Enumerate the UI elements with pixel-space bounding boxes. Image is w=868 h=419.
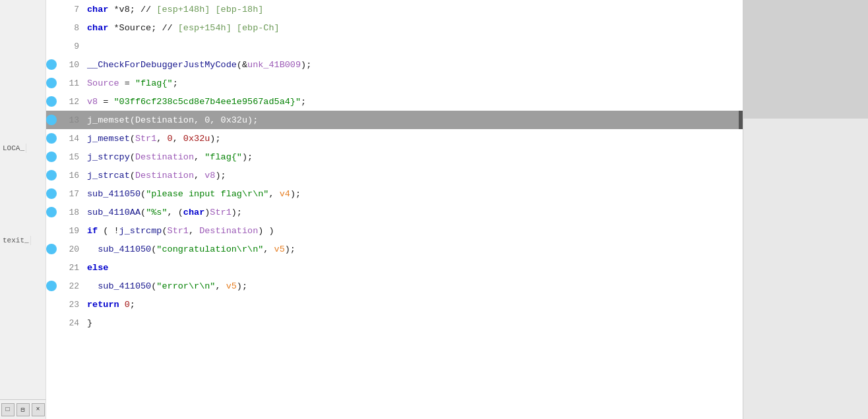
- code-line-23[interactable]: 23return 0;: [46, 295, 743, 314]
- code-content-12: v8 = "03ff6cf238c5cd8e7b4ee1e9567ad5a4}"…: [87, 97, 306, 107]
- code-content-7: char *v8; // [esp+148h] [ebp-18h]: [87, 5, 263, 14]
- breakpoint-22[interactable]: [46, 281, 57, 291]
- right-panel-scrollbar[interactable]: [743, 0, 868, 119]
- breakpoint-20[interactable]: [46, 244, 57, 254]
- breakpoint-17[interactable]: [46, 188, 57, 199]
- line-number-20: 20: [59, 244, 79, 254]
- code-content-16: j_strcat(Destination, v8);: [87, 171, 226, 181]
- code-content-10: __CheckForDebuggerJustMyCode(&unk_41B009…: [87, 60, 311, 70]
- code-content-23: return 0;: [87, 300, 135, 310]
- toolbar-btn-1[interactable]: □: [1, 403, 15, 416]
- code-content-13: j_memset(Destination, 0, 0x32u);: [87, 115, 258, 125]
- code-line-7[interactable]: 7char *v8; // [esp+148h] [ebp-18h]: [46, 0, 743, 18]
- code-content-20: sub_411050("congratulation\r\n", v5);: [87, 244, 295, 254]
- line-number-24: 24: [59, 318, 79, 328]
- line-number-21: 21: [59, 263, 79, 273]
- breakpoint-15[interactable]: [46, 152, 57, 162]
- breakpoint-14[interactable]: [46, 133, 57, 144]
- line-number-10: 10: [59, 60, 79, 70]
- code-line-17[interactable]: 17sub_411050("please input flag\r\n", v4…: [46, 184, 743, 203]
- breakpoint-18[interactable]: [46, 207, 57, 217]
- left-sidebar: LOCA_ texit_ □ ⊟ ×: [0, 0, 46, 419]
- breakpoint-8[interactable]: [46, 22, 57, 33]
- toolbar-btn-3[interactable]: ×: [32, 403, 45, 416]
- breakpoint-9[interactable]: [46, 41, 57, 51]
- code-line-16[interactable]: 16j_strcat(Destination, v8);: [46, 166, 743, 184]
- breakpoint-21[interactable]: [46, 262, 57, 273]
- code-content-11: Source = "flag{";: [87, 78, 178, 88]
- code-line-11[interactable]: 11Source = "flag{";: [46, 74, 743, 92]
- texit-label: texit_: [1, 236, 31, 245]
- line-number-15: 15: [59, 152, 79, 162]
- code-line-14[interactable]: 14j_memset(Str1, 0, 0x32u);: [46, 129, 743, 148]
- code-content-19: if ( !j_strcmp(Str1, Destination) ): [87, 226, 274, 236]
- code-line-9[interactable]: 9: [46, 37, 743, 55]
- code-line-12[interactable]: 12v8 = "03ff6cf238c5cd8e7b4ee1e9567ad5a4…: [46, 92, 743, 111]
- line-number-14: 14: [59, 134, 79, 144]
- code-line-24[interactable]: 24}: [46, 314, 743, 332]
- code-content-9: [87, 42, 92, 51]
- right-panel: [743, 0, 868, 419]
- line-number-12: 12: [59, 97, 79, 107]
- code-line-21[interactable]: 21else: [46, 258, 743, 277]
- code-content-8: char *Source; // [esp+154h] [ebp-Ch]: [87, 23, 280, 33]
- line-number-23: 23: [59, 300, 79, 310]
- code-lines: 7char *v8; // [esp+148h] [ebp-18h]8char …: [46, 0, 743, 332]
- code-line-8[interactable]: 8char *Source; // [esp+154h] [ebp-Ch]: [46, 18, 743, 37]
- code-line-18[interactable]: 18sub_4110AA("%s", (char)Str1);: [46, 203, 743, 221]
- editor-container: LOCA_ texit_ □ ⊟ × 7char *v8; // [esp+14…: [0, 0, 868, 419]
- code-content-21: else: [87, 263, 108, 273]
- code-area: 7char *v8; // [esp+148h] [ebp-18h]8char …: [46, 0, 743, 419]
- breakpoint-23[interactable]: [46, 299, 57, 310]
- line-number-17: 17: [59, 189, 79, 199]
- line-number-9: 9: [59, 42, 79, 51]
- line-number-19: 19: [59, 226, 79, 236]
- breakpoint-12[interactable]: [46, 96, 57, 107]
- code-line-22[interactable]: 22 sub_411050("error\r\n", v5);: [46, 277, 743, 295]
- code-content-22: sub_411050("error\r\n", v5);: [87, 281, 247, 291]
- breakpoint-7[interactable]: [46, 4, 57, 14]
- bottom-toolbar: □ ⊟ ×: [0, 399, 46, 419]
- loca-label: LOCA_: [1, 144, 26, 153]
- code-content-15: j_strcpy(Destination, "flag{");: [87, 152, 253, 162]
- code-content-14: j_memset(Str1, 0, 0x32u);: [87, 134, 221, 144]
- breakpoint-10[interactable]: [46, 59, 57, 70]
- code-line-20[interactable]: 20 sub_411050("congratulation\r\n", v5);: [46, 240, 743, 258]
- code-line-10[interactable]: 10__CheckForDebuggerJustMyCode(&unk_41B0…: [46, 55, 743, 74]
- line-number-18: 18: [59, 208, 79, 217]
- code-content-24: }: [87, 318, 92, 328]
- breakpoint-16[interactable]: [46, 170, 57, 181]
- toolbar-btn-2[interactable]: ⊟: [16, 403, 30, 416]
- code-line-19[interactable]: 19if ( !j_strcmp(Str1, Destination) ): [46, 221, 743, 240]
- breakpoint-24[interactable]: [46, 318, 57, 328]
- line-number-11: 11: [59, 78, 79, 88]
- code-content-18: sub_4110AA("%s", (char)Str1);: [87, 208, 242, 217]
- code-line-13[interactable]: 13j_memset(Destination, 0, 0x32u);: [46, 111, 743, 129]
- line-number-13: 13: [59, 115, 79, 125]
- line-number-22: 22: [59, 281, 79, 291]
- breakpoint-13[interactable]: [46, 115, 57, 125]
- line-number-7: 7: [59, 5, 79, 14]
- line-number-8: 8: [59, 23, 79, 33]
- line-number-16: 16: [59, 171, 79, 181]
- breakpoint-19[interactable]: [46, 225, 57, 236]
- code-line-15[interactable]: 15j_strcpy(Destination, "flag{");: [46, 148, 743, 166]
- code-content-17: sub_411050("please input flag\r\n", v4);: [87, 189, 301, 199]
- breakpoint-11[interactable]: [46, 78, 57, 88]
